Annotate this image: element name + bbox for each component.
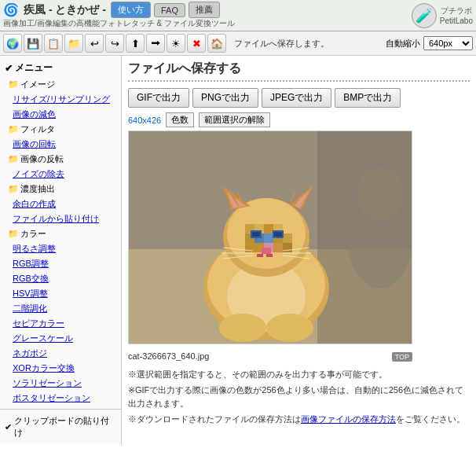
sidebar-item-margin[interactable]: 余白の作成 [0, 197, 121, 211]
toolbar-status: ファイルへ保存します。 [228, 38, 384, 50]
usage-button[interactable]: 使い方 [111, 2, 151, 18]
color-count-button[interactable]: 色数 [166, 112, 194, 127]
svg-rect-25 [273, 243, 283, 252]
notes-area: ※選択範囲を指定すると、その範囲のみを出力する事が可能です。 ※GIFで出力する… [128, 368, 470, 426]
sidebar-image-group[interactable]: 📁 イメージ [0, 77, 121, 92]
toolbar-btn-home[interactable]: 🏠 [207, 34, 226, 53]
recommend-button[interactable]: 推薦 [189, 2, 220, 18]
filename-area: cat-3266673_640.jpg [128, 351, 470, 362]
sidebar-item-hsv-adjust[interactable]: HSV調整 [0, 286, 121, 301]
menu-section-header[interactable]: ✔ メニュー [0, 59, 121, 77]
toolbar: 🌍 💾 📋 📁 ↩ ↪ ⬆ ⮕ ☀ ✖ 🏠 ファイルへ保存します。 自動縮小 6… [0, 31, 476, 56]
density-expand-icon: 📁 [8, 184, 19, 194]
cat-image [129, 131, 412, 344]
svg-rect-33 [266, 254, 273, 257]
sidebar: ✔ メニュー 📁 イメージ リサイズ/リサンプリング 画像の減色 📁 フィルタ … [0, 56, 122, 444]
gif-output-button[interactable]: GIFで出力 [128, 88, 189, 108]
svg-point-38 [219, 314, 266, 342]
filter-expand-icon: 📁 [8, 124, 19, 134]
note-2: ※GIFで出力する際に画像の色数が256色より多い場合は、自動的に256色に減色… [128, 384, 470, 411]
sidebar-filter-group[interactable]: 📁 フィルタ [0, 122, 121, 137]
svg-rect-19 [264, 233, 273, 243]
output-buttons: GIFで出力 PNGで出力 JPEGで出力 BMPで出力 [128, 88, 470, 108]
svg-rect-22 [245, 243, 254, 252]
flip-expand-icon: 📁 [8, 154, 19, 164]
app-subtitle: 画像加工/画像編集の高機能フォトレタッチ & ファイル変換ツール [3, 18, 235, 29]
sidebar-density-group[interactable]: 📁 濃度抽出 [0, 182, 121, 197]
svg-rect-31 [262, 248, 271, 254]
logo-icon: 🧪 [412, 3, 437, 28]
toolbar-btn-redo[interactable]: ↪ [105, 34, 124, 53]
bmp-output-button[interactable]: BMPで出力 [335, 88, 401, 108]
toolbar-btn-up[interactable]: ⬆ [126, 34, 145, 53]
jpeg-output-button[interactable]: JPEGで出力 [262, 88, 331, 108]
auto-reduce-area: 自動縮小 640px なし 320px 480px 800px 1024px [386, 36, 473, 50]
sidebar-item-two-tone[interactable]: 二階調化 [0, 301, 121, 316]
sidebar-item-brightness[interactable]: 明るさ調整 [0, 241, 121, 256]
image-container [128, 130, 412, 344]
auto-reduce-select[interactable]: 640px なし 320px 480px 800px 1024px [423, 36, 473, 50]
svg-rect-15 [264, 224, 273, 233]
sidebar-item-reduce-color[interactable]: 画像の減色 [0, 107, 121, 122]
menu-label: メニュー [15, 61, 53, 75]
sidebar-item-rgb-exchange[interactable]: RGB交換 [0, 271, 121, 286]
toolbar-btn-globe[interactable]: 🌍 [3, 34, 22, 53]
app-title: 疾風 - ときかぜ - [24, 3, 106, 17]
toolbar-btn-delete[interactable]: ✖ [187, 34, 206, 53]
toolbar-btn-copy[interactable]: 📋 [44, 34, 63, 53]
content-area: ファイルへ保存する GIFで出力 PNGで出力 JPEGで出力 BMPで出力 6… [122, 56, 476, 444]
logo-area: 🧪 プチラボPetitLabo [412, 3, 473, 28]
color-expand-icon: 📁 [8, 229, 19, 239]
top-button[interactable]: TOP [392, 352, 412, 362]
clipboard-label: クリップボードの貼り付け [14, 415, 116, 439]
header-buttons: 使い方 FAQ 推薦 [111, 2, 220, 18]
sidebar-item-posterize[interactable]: ポスタリゼーション [0, 391, 121, 406]
toolbar-btn-save[interactable]: 💾 [24, 34, 42, 53]
image-size: 640x426 [128, 116, 161, 125]
filter-label: フィルタ [20, 123, 55, 135]
density-label: 濃度抽出 [20, 183, 55, 195]
sidebar-color-group[interactable]: 📁 カラー [0, 226, 121, 241]
sidebar-item-sepia[interactable]: セピアカラー [0, 316, 121, 331]
clipboard-section[interactable]: ✔ クリップボードの貼り付け [0, 413, 121, 441]
flip-label: 画像の反転 [20, 153, 64, 165]
sidebar-item-grayscale[interactable]: グレースケール [0, 331, 121, 346]
sidebar-item-xor[interactable]: XORカラー交換 [0, 361, 121, 376]
header: 🌀 疾風 - ときかぜ - 使い方 FAQ 推薦 画像加工/画像編集の高機能フォ… [0, 0, 476, 31]
save-method-link[interactable]: 画像ファイルの保存方法 [301, 414, 396, 424]
svg-rect-21 [283, 233, 292, 243]
content-title: ファイルへ保存する [128, 61, 470, 82]
svg-point-39 [266, 314, 313, 342]
sidebar-item-rotate[interactable]: 画像の回転 [0, 137, 121, 152]
color-group-label: カラー [20, 228, 46, 240]
note-1: ※選択範囲を指定すると、その範囲のみを出力する事が可能です。 [128, 368, 470, 382]
sidebar-item-rgb-adjust[interactable]: RGB調整 [0, 256, 121, 271]
image-info: 640x426 色数 範囲選択の解除 [128, 112, 470, 127]
sidebar-item-negative[interactable]: ネガポジ [0, 346, 121, 361]
sidebar-item-noise[interactable]: ノイズの除去 [0, 167, 121, 182]
expand-icon: 📁 [8, 79, 19, 90]
check-icon-clipboard: ✔ [5, 422, 12, 432]
sidebar-item-resize[interactable]: リサイズ/リサンプリング [0, 92, 121, 107]
check-icon: ✔ [5, 63, 13, 74]
note-3: ※ダウンロードされたファイルの保存方法は画像ファイルの保存方法をご覧ください。 [128, 413, 470, 427]
auto-reduce-label: 自動縮小 [386, 38, 420, 50]
clear-selection-button[interactable]: 範囲選択の解除 [199, 112, 270, 127]
sidebar-item-solarize[interactable]: ソラリゼーション [0, 376, 121, 391]
toolbar-btn-sun[interactable]: ☀ [167, 34, 185, 53]
toolbar-btn-undo[interactable]: ↩ [85, 34, 104, 53]
toolbar-btn-right[interactable]: ⮕ [146, 34, 165, 53]
main-layout: ✔ メニュー 📁 イメージ リサイズ/リサンプリング 画像の減色 📁 フィルタ … [0, 56, 476, 444]
svg-rect-30 [274, 232, 282, 237]
logo-name: プチラボPetitLabo [440, 6, 473, 26]
image-group-label: イメージ [20, 79, 55, 90]
svg-rect-29 [252, 232, 260, 237]
png-output-button[interactable]: PNGで出力 [192, 88, 258, 108]
sidebar-flip-group[interactable]: 📁 画像の反転 [0, 152, 121, 167]
faq-button[interactable]: FAQ [154, 3, 185, 17]
sidebar-item-paste-file[interactable]: ファイルから貼り付け [0, 211, 121, 226]
image-filename: cat-3266673_640.jpg [128, 351, 209, 361]
svg-rect-32 [257, 254, 263, 257]
header-title: 🌀 疾風 - ときかぜ - 使い方 FAQ 推薦 画像加工/画像編集の高機能フォ… [3, 2, 235, 29]
toolbar-btn-folder[interactable]: 📁 [64, 34, 83, 53]
